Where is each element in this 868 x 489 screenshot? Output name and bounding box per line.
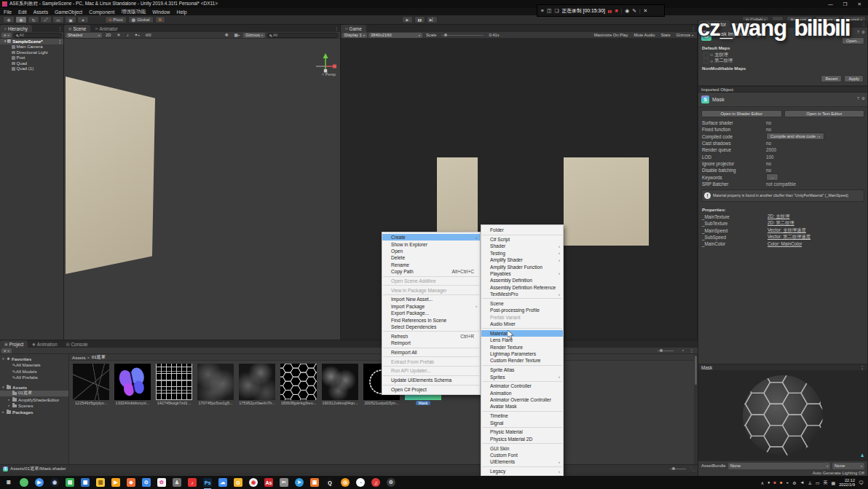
scene-viewport[interactable]: < Persp xyxy=(64,39,340,340)
asset-item-190312vkkvq04qn-[interactable]: 190312vkkvq04qn... xyxy=(322,364,358,405)
gear-icon[interactable]: ⚙ xyxy=(861,96,865,101)
tray-board-icon[interactable]: ▦ xyxy=(832,480,836,485)
tab-animation[interactable]: ◉Animation xyxy=(28,340,61,348)
help-icon[interactable]: ? xyxy=(857,96,859,101)
default-map-row[interactable]: ⊙主纹理 xyxy=(702,52,864,58)
scene-row[interactable]: ▾ SampleScene*⋮ xyxy=(0,39,63,44)
context-menu-item-import-new-asset-[interactable]: Import New Asset... xyxy=(382,296,480,302)
taskbar-clock[interactable]: 22:122022/1/9 xyxy=(839,478,855,488)
context-menu-item-find-references-in-scene[interactable]: Find References In Scene xyxy=(382,316,480,323)
scale-tool[interactable]: ⤢ xyxy=(40,16,52,23)
camera-settings-dropdown[interactable]: ▦▾ xyxy=(232,33,242,37)
panel-menu-icon[interactable]: ⋮ xyxy=(687,348,696,353)
docs-icon[interactable]: ▥ xyxy=(96,478,105,487)
context-menu-item-copy-path[interactable]: Copy PathAlt+Ctrl+C xyxy=(382,268,480,275)
create-menu-item-material[interactable]: Material xyxy=(481,330,563,337)
hierarchy-search-input[interactable]: All xyxy=(13,33,63,38)
music-app-icon[interactable]: ♪ xyxy=(188,478,197,487)
scene-audio-toggle[interactable]: ♪ xyxy=(125,33,131,37)
pivot-toggle[interactable]: ⊙Pivot xyxy=(105,16,127,23)
menu-增强版功能[interactable]: 增强版功能 xyxy=(121,8,146,15)
scene-search-input[interactable]: All xyxy=(267,33,339,38)
gizmos-dropdown[interactable]: Gizmos▾ xyxy=(243,33,265,38)
mute-audio-toggle[interactable]: Mute Audio xyxy=(631,33,657,37)
context-menu-item-rename[interactable]: Rename xyxy=(382,262,480,268)
scale-slider[interactable] xyxy=(441,35,484,36)
display-dropdown[interactable]: Display 1▾ xyxy=(342,33,367,38)
potplayer-icon[interactable]: ▶ xyxy=(35,478,44,487)
create-menu-item-folder[interactable]: Folder xyxy=(481,227,563,233)
menu-edit[interactable]: Edit xyxy=(18,9,27,15)
zoom-slider[interactable] xyxy=(670,469,686,469)
thumbnail-size-slider[interactable] xyxy=(658,351,674,351)
create-menu-item-custom-font[interactable]: Custom Font xyxy=(481,452,563,458)
create-menu-item-physic-material[interactable]: Physic Material xyxy=(481,429,563,435)
shader-header[interactable]: S Mask ?⚙ xyxy=(698,93,867,107)
preview-pawn-icon[interactable]: ♟ xyxy=(861,453,864,458)
sogou-icon[interactable]: ◎ xyxy=(341,478,350,487)
context-menu-item-show-in-explorer[interactable]: Show in Explorer xyxy=(382,240,480,247)
panel-menu-icon[interactable]: ⋮ xyxy=(58,26,62,31)
create-dropdown[interactable]: +▾ xyxy=(1,33,12,38)
settings-icon[interactable]: ⚙ xyxy=(387,478,395,487)
minimize-button[interactable]: — xyxy=(828,1,833,7)
hierarchy-item-directional-light[interactable]: Directional Light xyxy=(0,50,63,55)
create-menu-item-textmeshpro[interactable]: TextMeshPro› xyxy=(481,291,563,297)
project-tree-item-01遮罩[interactable]: 01遮罩 xyxy=(0,391,68,397)
g-app-icon[interactable]: G xyxy=(234,478,242,487)
annotate-button[interactable]: ✎ xyxy=(632,8,636,14)
tab-project[interactable]: ▣Project xyxy=(0,340,28,348)
create-menu-item-timeline[interactable]: Timeline xyxy=(481,412,563,419)
tray-qq-icon[interactable]: ♙ xyxy=(808,480,811,485)
pause-recording-button[interactable]: ▮▮ xyxy=(608,9,612,13)
preview-menu-icon[interactable]: ⋮ xyxy=(860,365,864,370)
tab-inspector[interactable]: ⊙Inspector xyxy=(698,20,730,28)
create-menu-item-render-texture[interactable]: Render Texture xyxy=(481,343,563,350)
appstore-icon[interactable]: ⊙ xyxy=(142,478,151,487)
project-tree-item-assets[interactable]: ▾Assets xyxy=(0,384,68,391)
open-text-editor-button[interactable]: Open in Text Editor xyxy=(784,110,865,117)
project-tree-item-scenes[interactable]: ▸Scenes xyxy=(0,403,68,410)
help-icon[interactable]: ? xyxy=(857,30,859,34)
keywords-button[interactable]: ... xyxy=(766,173,778,181)
apply-button[interactable]: Apply xyxy=(844,75,864,82)
scene-fx-dropdown[interactable]: ✦▾ xyxy=(133,33,142,37)
maximize-button[interactable]: ❐ xyxy=(843,1,848,7)
close-button[interactable]: ✕ xyxy=(858,1,861,7)
hierarchy-item-main-camera[interactable]: Main Camera xyxy=(0,44,63,50)
project-tree-item-packages[interactable]: ▸Packages xyxy=(0,409,68,415)
create-menu-item-animator-controller[interactable]: Animator Controller xyxy=(481,383,563,389)
photoshop-icon[interactable]: Ps xyxy=(203,478,212,487)
create-menu-item-avatar-mask[interactable]: Avatar Mask xyxy=(481,403,563,410)
huya-icon[interactable]: ▶ xyxy=(111,478,120,487)
asset-item-170745pc5oo1g5-[interactable]: 170745pc5oo1g5... xyxy=(197,364,234,405)
panel-menu-icon[interactable]: ⋮ xyxy=(861,21,866,26)
create-menu-item-shader[interactable]: Shader› xyxy=(481,243,563,249)
gizmos-dropdown[interactable]: Gizmos ▾ xyxy=(674,33,695,37)
scene-orientation-gizmo[interactable]: < Persp xyxy=(315,52,336,85)
create-menu-item-audio-mixer[interactable]: Audio Mixer xyxy=(481,321,563,327)
notes-icon[interactable]: ▤ xyxy=(66,478,74,487)
asset-item-142745kdgk7zd1-[interactable]: 142745kdgk7zd1... xyxy=(156,364,192,405)
custom-tool[interactable]: ✦ xyxy=(77,16,89,23)
hierarchy-item-post[interactable]: Post xyxy=(0,55,63,61)
project-tree-item-favorites[interactable]: ▾★Favorites xyxy=(0,356,68,362)
context-menu-item-reimport[interactable]: Reimport xyxy=(382,340,480,346)
resize-grip[interactable]: ⋱ xyxy=(690,466,695,472)
tab-game[interactable]: ∞Game xyxy=(341,25,366,32)
scene-menu-icon[interactable]: ⋮ xyxy=(58,39,62,44)
context-menu-item-refresh[interactable]: RefreshCtrl+R xyxy=(382,333,480,340)
maximize-on-play-toggle[interactable]: Maximize On Play xyxy=(592,33,631,37)
step-button[interactable]: ▶▏ xyxy=(427,16,438,23)
context-menu-item-open-c-project[interactable]: Open C# Project xyxy=(382,386,480,393)
tray-app-icon[interactable]: ■ xyxy=(780,480,783,485)
stop-recording-button[interactable]: ■ xyxy=(615,8,618,13)
project-tree-item-amplifyshadereditor[interactable]: ▸AmplifyShaderEditor xyxy=(0,396,68,403)
rotate-tool[interactable]: ↻ xyxy=(28,16,39,23)
context-menu-item-export-package-[interactable]: Export Package... xyxy=(382,310,480,316)
tray-gear-icon[interactable]: ⚙ xyxy=(792,480,796,485)
global-toggle[interactable]: ⬤Global xyxy=(128,16,154,23)
tab-hierarchy[interactable]: ≡Hierarchy xyxy=(0,25,32,32)
hierarchy-item-quad[interactable]: Quad xyxy=(0,60,63,66)
browser-icon[interactable]: ➤ xyxy=(295,478,304,487)
